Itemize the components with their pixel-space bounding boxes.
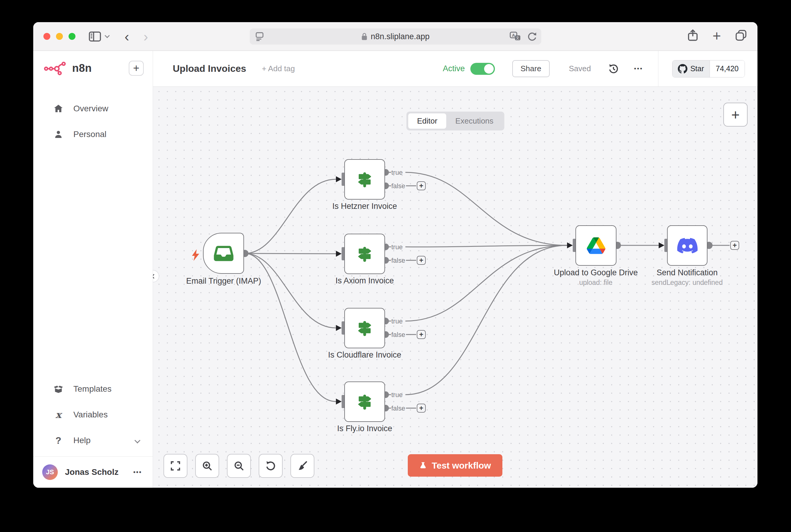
port-true-label: true <box>391 391 403 399</box>
trigger-bolt-icon <box>191 249 200 262</box>
add-node-button[interactable]: + <box>417 256 426 265</box>
zoom-in-icon <box>202 460 213 472</box>
port-true-label: true <box>391 243 403 251</box>
plus-icon: + <box>419 182 423 189</box>
n8n-logo-icon <box>44 60 67 76</box>
sidebar-item-label: Personal <box>73 130 107 139</box>
user-account-row[interactable]: JS Jonas Scholz ••• <box>33 456 153 488</box>
brand-name: n8n <box>72 62 92 75</box>
node-send-notification[interactable] <box>667 225 707 266</box>
node-label: Is Hetzner Invoice <box>305 202 425 211</box>
editor-executions-tabs: Editor Executions <box>406 112 504 131</box>
tab-overview-icon[interactable] <box>735 29 747 43</box>
sidebar: n8n + Overview Person <box>33 51 153 488</box>
new-tab-icon[interactable]: + <box>713 29 721 43</box>
sidebar-item-label: Templates <box>73 384 112 394</box>
close-window-button[interactable] <box>43 33 50 40</box>
canvas-add-node-button[interactable]: + <box>723 102 748 127</box>
zoom-in-button[interactable] <box>195 454 219 478</box>
plus-icon: + <box>419 404 423 412</box>
sidebar-item-overview[interactable]: Overview <box>33 96 153 121</box>
header-divider <box>658 51 658 87</box>
forward-button[interactable]: › <box>143 30 148 43</box>
flask-icon <box>419 461 427 470</box>
chevron-left-icon <box>153 274 156 279</box>
plus-icon: + <box>419 331 423 338</box>
port-false-label: false <box>391 182 405 190</box>
share-button[interactable]: Share <box>512 60 550 77</box>
port-false-label: false <box>391 404 405 412</box>
signpost-icon <box>355 245 374 263</box>
lock-icon <box>361 33 368 40</box>
node-is-axiom-invoice[interactable] <box>344 234 385 274</box>
fit-view-button[interactable] <box>164 454 187 478</box>
workflow-title[interactable]: Upload Invoices <box>173 63 246 74</box>
port-true-label: true <box>391 318 403 325</box>
tidy-up-button[interactable] <box>290 454 314 478</box>
address-bar[interactable]: n8n.sliplane.app A文 <box>250 28 541 44</box>
user-name: Jonas Scholz <box>65 468 118 477</box>
reset-zoom-button[interactable] <box>259 454 283 478</box>
user-menu-button[interactable]: ••• <box>133 468 142 476</box>
active-toggle[interactable] <box>470 63 495 75</box>
svg-text:A: A <box>512 33 515 38</box>
test-workflow-label: Test workflow <box>432 460 491 471</box>
sidebar-item-variables[interactable]: x Variables <box>33 402 153 428</box>
tab-executions[interactable]: Executions <box>446 113 502 129</box>
google-drive-icon <box>587 237 605 254</box>
minimize-window-button[interactable] <box>56 33 63 40</box>
add-node-button[interactable]: + <box>730 241 739 250</box>
tab-editor[interactable]: Editor <box>408 113 446 129</box>
back-button[interactable]: ‹ <box>125 30 129 43</box>
reader-view-icon[interactable] <box>255 32 265 43</box>
version-history-icon[interactable] <box>608 63 619 75</box>
sidebar-item-label: Help <box>73 436 91 445</box>
workflow-menu-button[interactable]: ••• <box>634 65 643 72</box>
sidebar-item-personal[interactable]: Personal <box>33 121 153 147</box>
node-upload-to-google-drive[interactable] <box>575 225 617 266</box>
node-subtitle: sendLegacy: undefined <box>624 279 750 287</box>
canvas-toolbar <box>164 454 314 478</box>
sidebar-item-label: Overview <box>73 104 108 113</box>
add-node-button[interactable]: + <box>417 404 426 413</box>
sidebar-item-help[interactable]: ? Help <box>33 428 153 453</box>
node-is-cloudflare-invoice[interactable] <box>344 308 385 348</box>
plus-icon: + <box>419 257 423 264</box>
sidebar-dropdown-chevron-icon[interactable] <box>105 33 110 38</box>
svg-text:文: 文 <box>516 36 519 40</box>
saved-status: Saved <box>569 64 591 73</box>
github-star-button[interactable]: Star <box>673 60 710 77</box>
avatar-initials: JS <box>46 468 54 476</box>
node-email-trigger[interactable] <box>203 233 244 274</box>
zoom-out-button[interactable] <box>227 454 251 478</box>
add-node-button[interactable]: + <box>417 181 426 190</box>
add-tag-button[interactable]: + Add tag <box>262 64 295 73</box>
zoom-window-button[interactable] <box>69 33 75 40</box>
plus-icon: + <box>733 242 737 249</box>
new-workflow-button[interactable]: + <box>129 61 144 76</box>
variables-icon: x <box>55 409 61 420</box>
window-controls <box>43 33 75 40</box>
sidebar-item-templates[interactable]: Templates <box>33 376 153 402</box>
node-is-hetzner-invoice[interactable] <box>344 159 385 200</box>
inbox-icon <box>214 245 234 262</box>
share-page-icon[interactable] <box>687 29 699 43</box>
sidebar-toggle-icon[interactable] <box>89 31 101 42</box>
github-star-widget[interactable]: Star 74,420 <box>672 60 745 77</box>
port-false-label: false <box>391 331 405 339</box>
translate-icon[interactable]: A文 <box>510 31 521 43</box>
undo-icon <box>265 460 276 472</box>
add-node-button[interactable]: + <box>417 330 426 339</box>
browser-window: ‹ › n8n.sliplane.app A文 <box>33 22 757 488</box>
node-label: Is Axiom Invoice <box>305 276 425 285</box>
toggle-knob <box>484 64 494 74</box>
star-count[interactable]: 74,420 <box>710 60 744 77</box>
node-is-flyio-invoice[interactable] <box>344 381 385 422</box>
test-workflow-button[interactable]: Test workflow <box>408 454 502 477</box>
node-label: Email Trigger (IMAP) <box>164 277 283 286</box>
signpost-icon <box>355 319 374 338</box>
node-label: Is Fly.io Invoice <box>305 424 425 433</box>
reload-icon[interactable] <box>527 32 537 43</box>
workflow-canvas[interactable]: Email Trigger (IMAP) Is Hetzner Invoice … <box>153 87 757 488</box>
avatar: JS <box>42 464 58 480</box>
